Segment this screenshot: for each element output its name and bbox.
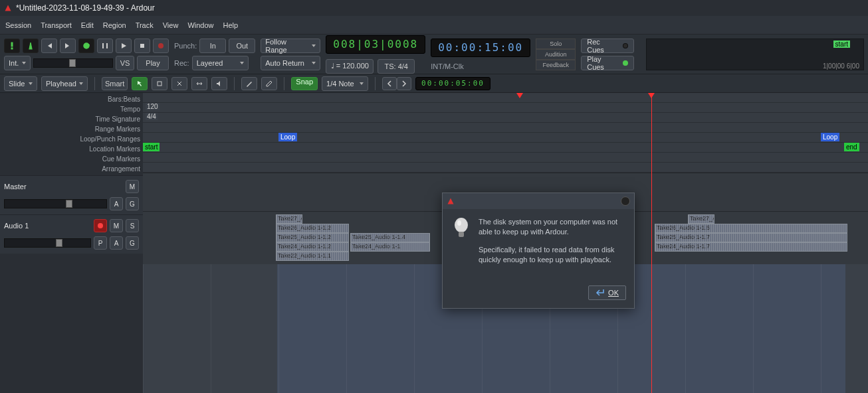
sync-source-dropdown[interactable]: Int.	[4, 56, 31, 70]
region[interactable]: Take25_Audio 1-1.4	[350, 233, 430, 242]
region[interactable]: Take24_Audio 1-1.2	[276, 242, 349, 252]
audio1-automation-button[interactable]: A	[110, 236, 123, 250]
draw-tool-button[interactable]	[241, 77, 257, 90]
rec-mode-dropdown[interactable]: Layered	[192, 56, 249, 70]
master-mute-button[interactable]: M	[126, 180, 139, 193]
menu-window[interactable]: Window	[187, 21, 213, 29]
snap-toggle[interactable]: Snap	[291, 77, 318, 90]
master-fader[interactable]	[4, 199, 107, 208]
timesig-button[interactable]: TS: 4/4	[378, 59, 415, 74]
audio1-track-name[interactable]: Audio 1	[4, 222, 91, 230]
play-cues-button[interactable]: Play Cues	[581, 56, 634, 70]
edit-mode-dropdown[interactable]: Slide	[4, 76, 37, 91]
summary-scale: 1|00|00 6|00	[823, 62, 859, 70]
timesig-marker[interactable]: 4/4	[146, 113, 158, 120]
master-automation-button[interactable]: A	[110, 197, 123, 210]
ruler-arrangement-label: Arrangement	[102, 164, 140, 174]
dialog-titlebar[interactable]	[443, 193, 634, 209]
goto-end-button[interactable]	[60, 39, 76, 53]
audio1-fader[interactable]	[4, 238, 91, 248]
summary-view[interactable]: start 1|00|00 6|00	[646, 39, 864, 70]
sync-label: INT/M-Clk	[431, 62, 464, 70]
menu-track[interactable]: Track	[136, 21, 154, 29]
punch-in-button[interactable]: In	[199, 39, 226, 53]
svg-point-6	[158, 43, 163, 48]
audio1-group-button[interactable]: G	[126, 236, 139, 250]
region[interactable]: Take25_Audio 1-1.2	[276, 233, 349, 242]
play-range-button[interactable]	[97, 39, 113, 53]
auto-return-dropdown[interactable]: Auto Return	[261, 56, 320, 70]
menu-transport[interactable]: Transport	[41, 21, 72, 29]
play-button[interactable]	[116, 39, 132, 53]
menu-help[interactable]: Help	[223, 21, 239, 29]
play-label-button[interactable]: Play	[137, 56, 169, 70]
menu-edit[interactable]: Edit	[81, 21, 94, 29]
stretch-tool-button[interactable]	[191, 77, 207, 90]
tempo-marker[interactable]: 120	[146, 103, 160, 110]
svg-rect-7	[158, 82, 162, 86]
feedback-alert[interactable]: Feedback	[536, 60, 576, 70]
region[interactable]: Take22_Audio 1-1.1	[276, 252, 349, 261]
nudge-clock[interactable]: 00:00:05:00	[415, 77, 490, 90]
menu-region[interactable]: Region	[103, 21, 126, 29]
cut-tool-button[interactable]	[171, 77, 187, 90]
nudge-back-button[interactable]	[382, 77, 397, 90]
audition-tool-button[interactable]	[211, 77, 227, 90]
menu-view[interactable]: View	[163, 21, 179, 29]
snap-grid-dropdown[interactable]: 1/4 Note	[322, 76, 368, 91]
audio1-playlist-button[interactable]: P	[94, 236, 107, 250]
master-track-name[interactable]: Master	[4, 183, 123, 191]
loop-end-marker[interactable]: Loop	[821, 133, 839, 141]
region[interactable]: Take27_A	[688, 214, 714, 224]
end-location-marker[interactable]: end	[844, 143, 859, 151]
ruler-bars-beats-label: Bars:Beats	[108, 94, 140, 104]
dialog-logo-icon	[447, 197, 455, 205]
master-group-button[interactable]: G	[126, 197, 139, 210]
dialog-close-button[interactable]	[621, 196, 630, 206]
audio1-track-header[interactable]: Audio 1 M S P A G	[0, 214, 143, 254]
punch-out-button[interactable]: Out	[229, 39, 255, 53]
midi-panic-button[interactable]	[4, 39, 20, 53]
goto-start-button[interactable]	[41, 39, 57, 53]
master-track-header[interactable]: Master M A G	[0, 175, 143, 214]
main-toolbar: Int. VS Play Punch: In Out Rec: Layered …	[0, 35, 868, 74]
primary-clock-bbt[interactable]: 008|03|0008	[326, 35, 425, 54]
audio1-mute-button[interactable]: M	[110, 219, 123, 232]
varispeed-button[interactable]: VS	[116, 56, 134, 70]
dialog-message: The disk system on your computer was not…	[479, 217, 625, 272]
follow-range-dropdown[interactable]: Follow Range	[261, 39, 320, 53]
nudge-forward-button[interactable]	[397, 77, 411, 90]
grab-tool-button[interactable]	[132, 77, 148, 90]
loop-start-marker[interactable]: Loop	[278, 133, 297, 141]
region[interactable]: Take27_A	[276, 214, 302, 224]
edit-point-dropdown[interactable]: Playhead	[41, 76, 88, 91]
region[interactable]: Take26_Audio 1-1.2	[276, 224, 349, 233]
shuttle-slider[interactable]	[33, 58, 113, 68]
metronome-button[interactable]	[23, 39, 39, 53]
edit-tool-button[interactable]	[261, 77, 277, 90]
ruler-loop-label: Loop/Punch Ranges	[80, 134, 140, 144]
region[interactable]: Take24_Audio 1-1.7	[655, 242, 847, 252]
region[interactable]: Take26_Audio 1-1.5	[655, 224, 847, 233]
audio1-solo-button[interactable]: S	[126, 219, 139, 232]
menu-session[interactable]: Session	[5, 21, 31, 29]
smart-mode-button[interactable]: Smart	[102, 77, 128, 90]
secondary-clock-timecode[interactable]: 00:00:15:00	[431, 39, 530, 57]
rec-label: Rec:	[174, 59, 189, 67]
audio1-rec-button[interactable]	[94, 219, 107, 232]
range-tool-button[interactable]	[152, 77, 167, 90]
alert-pills: Solo Audition Feedback	[536, 39, 576, 70]
audition-alert[interactable]: Audition	[536, 49, 576, 60]
rec-cues-button[interactable]: Rec Cues	[581, 39, 634, 53]
stop-button[interactable]	[134, 39, 150, 53]
region[interactable]: Take25_Audio 1-1.7	[655, 233, 847, 242]
record-button[interactable]	[153, 39, 169, 53]
solo-alert[interactable]: Solo	[536, 39, 576, 49]
start-location-marker[interactable]: start	[143, 143, 160, 151]
svg-point-10	[457, 220, 461, 226]
playhead[interactable]	[651, 93, 652, 393]
region[interactable]: Take24_Audio 1-1	[350, 242, 430, 252]
tempo-button[interactable]: ♩ = 120.000	[326, 59, 374, 74]
loop-button[interactable]	[78, 39, 94, 53]
dialog-ok-button[interactable]: OK	[588, 285, 626, 300]
